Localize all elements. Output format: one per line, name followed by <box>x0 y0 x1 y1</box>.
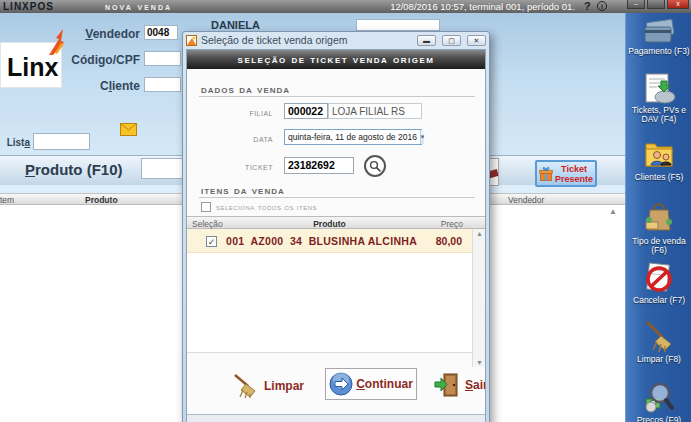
sidebar-item-tipo-de-venda[interactable]: Tipo de venda (F6) <box>626 200 691 255</box>
produto-label: Produto (F10) <box>25 161 123 178</box>
pos-root: LINXPOS Nova venda 12/08/2016 10:57, ter… <box>0 0 691 422</box>
sidebar-item-pagamento[interactable]: Pagamento (F3) <box>626 18 691 56</box>
ticket-item-row[interactable]: 001 AZ000 34 BLUSINHA ALCINHA 80,00 <box>187 229 472 253</box>
continue-arrow-icon <box>329 372 353 396</box>
dialog-header-band: Seleção de ticket venda origem <box>187 50 485 69</box>
app-logo-text: LINXPOS <box>3 1 54 12</box>
shopping-bag-icon <box>641 200 677 236</box>
sidebar-item-tickets-pvs-dav[interactable]: Tickets, PVs e DAV (F4) <box>626 73 691 124</box>
ticket-presente-label: Ticket Presente <box>555 164 593 184</box>
data-label: Data <box>193 132 273 144</box>
page-title: Nova venda <box>105 1 172 12</box>
maximize-button[interactable] <box>647 0 665 9</box>
dialog-icon <box>186 35 197 46</box>
dialog-titlebar[interactable]: Seleção de ticket venda origem ▬ ▢ ✕ <box>183 32 489 48</box>
codigo-cpf-input[interactable] <box>144 51 181 66</box>
items-table-empty-area <box>187 253 472 353</box>
app-titlebar: LINXPOS Nova venda 12/08/2016 10:57, ter… <box>0 0 691 13</box>
ticket-selection-dialog: Seleção de ticket venda origem ▬ ▢ ✕ Sel… <box>182 31 490 422</box>
select-all-label: Seleciona todos os itens <box>216 202 317 212</box>
continuar-button[interactable]: Continuar <box>325 368 417 400</box>
produto-column-header-dialog: Produto <box>187 219 472 229</box>
function-sidebar: Pagamento (F3) Tickets, PVs e DAV (F4) <box>625 13 691 422</box>
broom-icon <box>641 318 677 354</box>
items-table-scrollbar[interactable]: ▲ ▼ <box>472 229 485 367</box>
dialog-close-button[interactable]: ✕ <box>467 35 486 46</box>
close-button[interactable]: x <box>667 0 689 9</box>
filial-name-field: LOJA FILIAL RS <box>328 103 422 119</box>
grid-scroll-up-icon[interactable]: ▲ <box>609 207 617 216</box>
scroll-up-icon[interactable]: ▲ <box>473 230 486 237</box>
search-icon <box>369 160 381 172</box>
ticket-presente-button[interactable]: Ticket Presente <box>535 160 597 187</box>
section-divider <box>199 96 475 97</box>
dialog-body: Seleção de ticket venda origem Dados da … <box>186 49 486 422</box>
itens-venda-section-title: Itens da venda <box>201 183 285 197</box>
select-all-checkbox[interactable] <box>201 202 211 212</box>
preco-column-header: Preço <box>441 219 463 229</box>
top-right-input[interactable] <box>356 19 440 31</box>
price-search-icon <box>641 381 677 415</box>
sair-button[interactable]: Sair <box>434 372 486 398</box>
item-checkbox[interactable] <box>206 236 217 247</box>
scroll-down-icon[interactable]: ▼ <box>473 359 486 366</box>
ticket-label: Ticket <box>193 160 273 172</box>
filial-code-input[interactable]: 000022 <box>284 103 328 119</box>
sidebar-item-cancelar[interactable]: Cancelar (F7) <box>626 261 691 305</box>
broom-icon <box>231 372 259 400</box>
select-all-row[interactable]: Seleciona todos os itens <box>201 202 317 212</box>
help-icon[interactable]: ? <box>584 0 591 12</box>
ticket-input[interactable]: 23182692 <box>284 157 354 174</box>
dialog-footer <box>187 415 485 422</box>
dialog-minimize-button[interactable]: ▬ <box>417 35 436 46</box>
items-table: Seleção Produto Preço 001 AZ000 34 BLUSI… <box>187 216 485 353</box>
envelope-icon[interactable] <box>120 123 137 136</box>
info-icon[interactable]: i <box>597 1 607 11</box>
exit-door-icon <box>434 372 460 398</box>
sidebar-item-limpar[interactable]: Limpar (F8) <box>626 318 691 364</box>
section-divider-2 <box>199 197 475 198</box>
sidebar-item-precos[interactable]: Preços (F9) <box>626 381 691 422</box>
dialog-title: Seleção de ticket venda origem <box>201 34 411 46</box>
limpar-button[interactable]: Limpar <box>231 372 304 400</box>
vendedor-label: Vendedor <box>60 27 140 41</box>
item-column-header: tem <box>0 195 14 205</box>
cliente-input[interactable] <box>144 77 181 92</box>
filial-label: Filial <box>193 106 273 118</box>
minimize-button[interactable]: – <box>627 0 645 9</box>
vendedor-input[interactable]: 0048 <box>144 25 178 40</box>
dialog-maximize-button[interactable]: ▢ <box>442 35 461 46</box>
ticket-search-button[interactable] <box>364 155 386 177</box>
data-dropdown[interactable]: quinta-feira, 11 de agosto de 2016 ▾ <box>284 129 422 145</box>
lista-label: Lista <box>6 137 30 148</box>
dropdown-arrow-icon: ▾ <box>420 130 425 144</box>
items-table-header: Seleção Produto Preço <box>187 216 485 229</box>
cliente-label: Cliente <box>60 79 140 93</box>
codigo-cpf-label: Código/CPF <box>40 53 140 67</box>
clients-folder-icon <box>641 138 677 172</box>
produto-column-header: Produto <box>85 195 118 205</box>
dialog-buttons-row: Limpar Continuar <box>187 368 485 408</box>
cancel-icon <box>642 261 676 295</box>
vendedor-column-header: Vendedor <box>508 195 544 205</box>
sidebar-item-clientes[interactable]: Clientes (F5) <box>626 138 691 182</box>
item-produto: 001 AZ000 34 BLUSINHA ALCINHA <box>226 235 417 247</box>
tickets-document-icon <box>641 73 677 105</box>
vendedor-name: DANIELA <box>211 19 260 31</box>
payment-cards-icon <box>641 18 677 46</box>
gift-icon <box>539 164 553 184</box>
dados-venda-section-title: Dados da venda <box>201 82 290 96</box>
lista-input[interactable] <box>33 133 90 150</box>
item-preco: 80,00 <box>436 235 462 247</box>
status-datetime: 12/08/2016 10:57, terminal 001, período … <box>390 1 575 12</box>
